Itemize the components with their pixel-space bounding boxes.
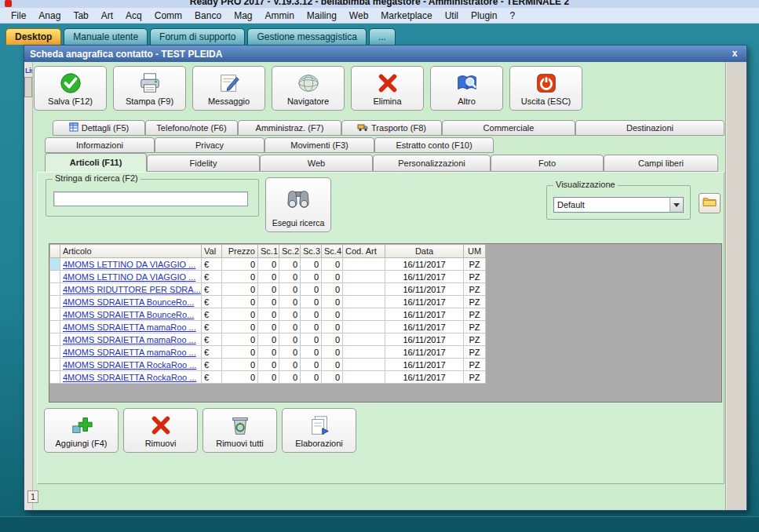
row-selector[interactable] [50, 333, 60, 346]
tab-personalizzazioni[interactable]: Personalizzazioni [373, 155, 491, 172]
col-header-articolo[interactable]: Articolo [60, 245, 202, 258]
close-icon[interactable]: x [728, 48, 741, 60]
menu-mailing[interactable]: Mailing [301, 9, 343, 23]
col-header-sc3[interactable]: Sc.3 [301, 245, 322, 258]
stampa-button[interactable]: Stampa (F9) [113, 66, 186, 111]
article-link[interactable]: 4MOMS LETTINO DA VIAGGIO ... [63, 272, 195, 282]
row-selector[interactable] [50, 271, 60, 283]
esegui-ricerca-button[interactable]: Esegui ricerca [265, 177, 331, 232]
tab-foto[interactable]: Foto [491, 155, 604, 172]
col-header-data[interactable]: Data [385, 245, 464, 258]
tab-trasporto[interactable]: Trasporto (F8) [341, 120, 442, 136]
tab-dettagli[interactable]: Dettagli (F5) [53, 120, 145, 136]
menu-web[interactable]: Web [343, 9, 374, 23]
col-header-prezzo[interactable]: Prezzo [222, 245, 258, 258]
menu-util[interactable]: Util [439, 9, 465, 23]
tab-fidelity[interactable]: Fidelity [147, 155, 260, 172]
cell-um: PZ [464, 308, 486, 321]
table-row[interactable]: 4MOMS SDRAIETTA BounceRo... € 0 0 0 0 0 … [50, 308, 486, 321]
menu-acq[interactable]: Acq [119, 9, 148, 23]
table-row[interactable]: 4MOMS LETTINO DA VIAGGIO ... € 0 0 0 0 0… [50, 271, 486, 283]
col-header-sc4[interactable]: Sc.4 [322, 245, 343, 258]
tab-amministraz[interactable]: Amministraz. (F7) [238, 120, 341, 136]
row-selector[interactable] [50, 371, 60, 384]
article-link[interactable]: 4MOMS LETTINO DA VIAGGIO ... [63, 260, 195, 269]
tab-estratto-conto[interactable]: Estratto conto (F10) [374, 137, 494, 153]
uscita-button[interactable]: Uscita (ESC) [509, 66, 582, 111]
tab-informazioni[interactable]: Informazioni [45, 137, 155, 153]
navigatore-button[interactable]: Navigatore [272, 66, 345, 111]
article-link[interactable]: 4MOMS SDRAIETTA mamaRoo ... [63, 322, 196, 332]
menu-art[interactable]: Art [95, 9, 119, 23]
table-row[interactable]: 4MOMS SDRAIETTA RockaRoo ... € 0 0 0 0 0… [50, 359, 486, 371]
menu-anag[interactable]: Anag [32, 9, 67, 23]
rimuovi-button[interactable]: Rimuovi [123, 408, 198, 453]
article-link[interactable]: 4MOMS SDRAIETTA mamaRoo ... [63, 335, 196, 344]
altro-button[interactable]: Altro [430, 66, 503, 111]
messaggio-button[interactable]: Messaggio [192, 66, 265, 111]
menu-banco[interactable]: Banco [188, 9, 228, 23]
tab-web[interactable]: Web [260, 155, 373, 172]
open-view-button[interactable] [699, 193, 721, 213]
table-row[interactable]: 4MOMS SDRAIETTA BounceRo... € 0 0 0 0 0 … [50, 296, 486, 308]
row-selector[interactable] [50, 283, 60, 296]
elimina-button[interactable]: Elimina [351, 66, 424, 111]
menu-help[interactable]: ? [503, 9, 521, 23]
row-selector[interactable] [50, 359, 60, 371]
cell-sc3: 0 [301, 333, 322, 346]
tab-forum-di-supporto[interactable]: Forum di supporto [150, 28, 245, 45]
menu-mag[interactable]: Mag [228, 9, 258, 23]
tab-privacy[interactable]: Privacy [155, 137, 265, 153]
dialog-titlebar[interactable]: Scheda anagrafica contatto - TEST PLEIDA… [24, 46, 746, 62]
article-link[interactable]: 4MOMS RIDUTTORE PER SDRA... [63, 285, 201, 294]
col-header-sc1[interactable]: Sc.1 [258, 245, 279, 258]
tab-desktop[interactable]: Desktop [5, 28, 61, 45]
menu-ammin[interactable]: Ammin [258, 9, 300, 23]
article-link[interactable]: 4MOMS SDRAIETTA BounceRo... [63, 310, 194, 319]
tab-commerciale[interactable]: Commerciale [442, 120, 575, 136]
cell-cod-art [343, 296, 385, 308]
tab-telefono-note[interactable]: Telefono/note (F6) [145, 120, 238, 136]
row-selector[interactable] [50, 296, 60, 308]
tab-destinazioni[interactable]: Destinazioni [575, 120, 724, 136]
cell-sc4: 0 [322, 346, 343, 359]
rimuovi-tutti-button[interactable]: Rimuovi tutti [203, 408, 277, 453]
search-input[interactable] [53, 191, 248, 206]
row-selector[interactable] [50, 308, 60, 321]
table-row[interactable]: 4MOMS RIDUTTORE PER SDRA... € 0 0 0 0 0 … [50, 283, 486, 296]
menu-comm[interactable]: Comm [148, 9, 188, 23]
row-selector[interactable] [50, 258, 60, 271]
menu-file[interactable]: File [5, 9, 32, 23]
tab-more[interactable]: ... [369, 28, 396, 45]
table-row[interactable]: 4MOMS SDRAIETTA mamaRoo ... € 0 0 0 0 0 … [50, 333, 486, 346]
table-row[interactable]: 4MOMS SDRAIETTA RockaRoo ... € 0 0 0 0 0… [50, 371, 486, 384]
elaborazioni-button[interactable]: Elaborazioni [282, 408, 356, 453]
tab-gestione-messaggistica[interactable]: Gestione messaggistica [247, 28, 366, 45]
table-row[interactable]: 4MOMS LETTINO DA VIAGGIO ... € 0 0 0 0 0… [50, 258, 486, 271]
salva-button[interactable]: Salva (F12) [34, 66, 107, 111]
article-link[interactable]: 4MOMS SDRAIETTA mamaRoo ... [63, 348, 196, 357]
col-header-um[interactable]: UM [464, 245, 486, 258]
menu-tab[interactable]: Tab [67, 9, 94, 23]
col-header-cod-art[interactable]: Cod. Art [343, 245, 385, 258]
col-header-sc2[interactable]: Sc.2 [279, 245, 301, 258]
tab-articoli[interactable]: Articoli (F11) [45, 153, 147, 172]
article-link[interactable]: 4MOMS SDRAIETTA RockaRoo ... [63, 360, 196, 370]
table-row[interactable]: 4MOMS SDRAIETTA mamaRoo ... € 0 0 0 0 0 … [50, 346, 486, 359]
menu-marketplace[interactable]: Marketplace [374, 9, 438, 23]
article-link[interactable]: 4MOMS SDRAIETTA RockaRoo ... [63, 373, 196, 382]
tab-manuale-utente[interactable]: Manuale utente [64, 28, 148, 45]
row-selector[interactable] [50, 346, 60, 359]
contact-dialog: Scheda anagrafica contatto - TEST PLEIDA… [24, 45, 747, 511]
aggiungi-button[interactable]: Aggiungi (F4) [44, 408, 119, 453]
col-header-val[interactable]: Val [202, 245, 222, 258]
tab-campi-liberi[interactable]: Campi liberi [604, 155, 718, 172]
tab-movimenti[interactable]: Movimenti (F3) [265, 137, 374, 153]
table-row[interactable]: 4MOMS SDRAIETTA mamaRoo ... € 0 0 0 0 0 … [50, 321, 486, 333]
visualizzazione-select[interactable]: Default [553, 197, 684, 213]
article-link[interactable]: 4MOMS SDRAIETTA BounceRo... [63, 297, 194, 307]
menu-plugin[interactable]: Plugin [465, 9, 503, 23]
col-header-selector [50, 245, 60, 258]
row-selector[interactable] [50, 321, 60, 333]
chevron-down-icon[interactable] [670, 198, 683, 212]
